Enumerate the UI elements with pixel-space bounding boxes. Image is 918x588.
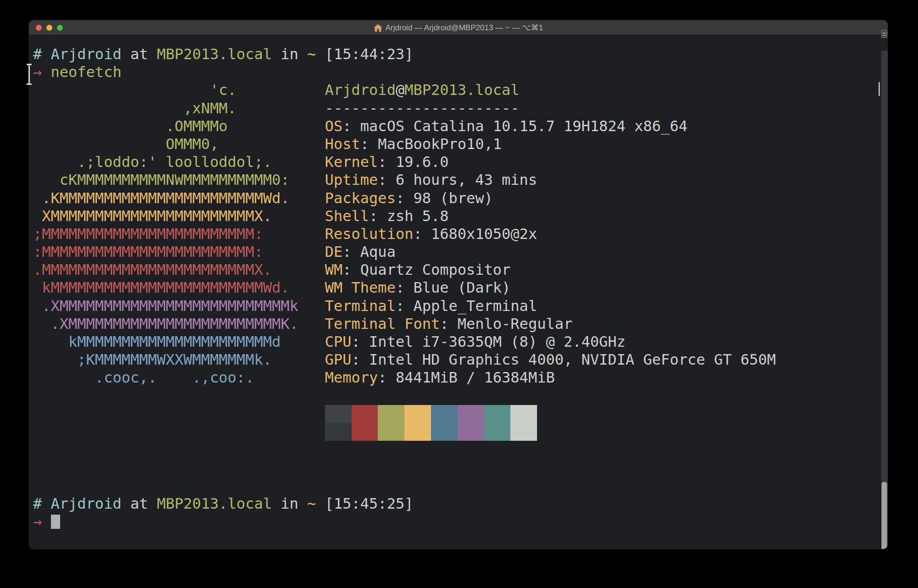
terminal-lines: # Arjdroid at MBP2013.local in ~ [15:44:… xyxy=(33,45,776,531)
info-label: Resolution xyxy=(325,225,414,243)
prompt-mark xyxy=(879,82,880,96)
zoom-button[interactable] xyxy=(57,25,63,31)
prompt-segment: → xyxy=(33,513,51,530)
close-button[interactable] xyxy=(36,25,42,31)
minimize-button[interactable] xyxy=(46,25,52,31)
info-colon: : xyxy=(396,279,414,296)
palette-swatch-2 xyxy=(378,405,404,423)
ascii-art: OMMM0, xyxy=(33,135,325,153)
info-label: Terminal Font xyxy=(325,315,440,333)
ascii-art: .XMMMMMMMMMMMMMMMMMMMMMMMMMMk xyxy=(33,297,325,315)
prompt-segment: [15:44:23] xyxy=(316,45,414,63)
palette-swatch-9 xyxy=(352,423,378,441)
traffic-lights xyxy=(36,20,63,35)
neofetch-line: .XMMMMMMMMMMMMMMMMMMMMMMMMK. Terminal Fo… xyxy=(33,315,776,333)
ascii-art: .MMMMMMMMMMMMMMMMMMMMMMMMX. xyxy=(33,261,325,278)
ascii-art: :MMMMMMMMMMMMMMMMMMMMMMMM: xyxy=(33,243,325,261)
neofetch-header: @ xyxy=(396,81,404,99)
ascii-art: .KMMMMMMMMMMMMMMMMMMMMMMMWd. xyxy=(33,189,325,207)
palette-swatch-11 xyxy=(404,423,431,441)
split-pane-button[interactable] xyxy=(881,30,887,38)
info-colon: : xyxy=(378,171,396,189)
ascii-art: .OMMMMo xyxy=(33,117,325,135)
palette-swatch-1 xyxy=(352,405,378,423)
prompt-segment: MBP2013.local xyxy=(157,495,272,512)
info-value: Quartz Compositor xyxy=(360,261,511,278)
ascii-art: 'c. xyxy=(33,81,325,99)
info-label: Uptime xyxy=(325,171,378,189)
info-value: 19.6.0 xyxy=(396,153,449,171)
neofetch-header: MBP2013.local xyxy=(404,81,519,99)
blank-line xyxy=(33,441,776,459)
window-titlebar[interactable]: Arjdroid — Arjdroid@MBP2013 — ~ — ⌥⌘1 xyxy=(29,20,888,35)
info-value: Apple_Terminal xyxy=(413,297,537,315)
neofetch-line: .;loddo:' loolloddol;. Kernel: 19.6.0 xyxy=(33,153,776,171)
info-colon: : xyxy=(342,243,360,261)
window-title: Arjdroid — Arjdroid@MBP2013 — ~ — ⌥⌘1 xyxy=(374,23,543,33)
info-label: Packages xyxy=(325,189,396,207)
info-colon: : xyxy=(440,315,458,333)
prompt-line: # Arjdroid at MBP2013.local in ~ [15:44:… xyxy=(33,45,776,63)
ascii-art: .XMMMMMMMMMMMMMMMMMMMMMMMMK. xyxy=(33,315,325,333)
neofetch-line: .KMMMMMMMMMMMMMMMMMMMMMMMWd. Packages: 9… xyxy=(33,189,776,207)
blank-line xyxy=(33,459,776,477)
palette-swatch-4 xyxy=(431,405,458,423)
prompt-segment: at xyxy=(122,45,157,63)
ascii-art: kMMMMMMMMMMMMMMMMMMMMMMd xyxy=(33,333,325,350)
info-colon: : xyxy=(413,225,431,243)
info-colon: : xyxy=(342,261,360,278)
info-colon: : xyxy=(378,369,396,386)
scrollbar-track[interactable] xyxy=(881,50,888,549)
prompt-segment: MBP2013.local xyxy=(157,45,272,63)
info-label: WM Theme xyxy=(325,279,396,296)
command-segment: neofetch xyxy=(51,63,122,81)
prompt-segment: # Arjdroid xyxy=(33,45,122,63)
terminal-content[interactable]: # Arjdroid at MBP2013.local in ~ [15:44:… xyxy=(29,35,888,549)
palette-swatch-7 xyxy=(510,405,537,423)
neofetch-line: .MMMMMMMMMMMMMMMMMMMMMMMMX. WM: Quartz C… xyxy=(33,261,776,279)
info-label: DE xyxy=(325,243,343,261)
palette-swatch-14 xyxy=(484,423,511,441)
palette-row xyxy=(33,423,776,441)
blank-line xyxy=(33,387,776,405)
palette-swatch-6 xyxy=(484,405,511,423)
ibeam-mouse-cursor xyxy=(26,64,32,85)
info-value: Intel i7-3635QM (8) @ 2.40GHz xyxy=(369,333,626,350)
neofetch-line: ,xNMM. ---------------------- xyxy=(33,100,776,117)
command-line: → neofetch xyxy=(33,63,776,81)
info-value: macOS Catalina 10.15.7 19H1824 x86_64 xyxy=(360,117,688,135)
info-colon: : xyxy=(352,333,369,350)
blank-line xyxy=(33,477,776,495)
info-colon: : xyxy=(342,117,360,135)
info-label: WM xyxy=(325,261,343,278)
neofetch-line: .OMMMMo OS: macOS Catalina 10.15.7 19H18… xyxy=(33,117,776,135)
neofetch-line: :MMMMMMMMMMMMMMMMMMMMMMMM: DE: Aqua xyxy=(33,243,776,261)
palette-swatch-8 xyxy=(325,423,352,441)
neofetch-line: .cooc,. .,coo:. Memory: 8441MiB / 16384M… xyxy=(33,369,776,387)
ascii-art: cKMMMMMMMMMMNWMMMMMMMMMM0: xyxy=(33,171,325,189)
neofetch-line: kMMMMMMMMMMMMMMMMMMMMMMd CPU: Intel i7-3… xyxy=(33,333,776,351)
prompt-segment: ~ xyxy=(307,495,316,512)
command-segment: → xyxy=(33,63,51,81)
palette-swatch-3 xyxy=(404,405,431,423)
ascii-art: .cooc,. .,coo:. xyxy=(33,369,325,386)
neofetch-line: ;KMMMMMMMWXXWMMMMMMMk. GPU: Intel HD Gra… xyxy=(33,351,776,369)
palette-row xyxy=(33,405,776,423)
scrollbar-thumb[interactable] xyxy=(881,482,887,549)
ascii-art: ;MMMMMMMMMMMMMMMMMMMMMMMM: xyxy=(33,225,325,243)
palette-swatch-0 xyxy=(325,405,352,423)
info-label: GPU xyxy=(325,351,352,368)
info-value: MacBookPro10,1 xyxy=(378,135,502,153)
ascii-art: .;loddo:' loolloddol;. xyxy=(33,153,325,171)
palette-swatch-10 xyxy=(378,423,404,441)
info-colon: : xyxy=(352,351,369,368)
info-value: 8441MiB / 16384MiB xyxy=(396,369,555,386)
info-colon: : xyxy=(369,207,387,225)
palette-swatch-5 xyxy=(458,405,484,423)
neofetch-line: OMMM0, Host: MacBookPro10,1 xyxy=(33,135,776,153)
house-icon xyxy=(374,24,382,32)
ascii-art: kMMMMMMMMMMMMMMMMMMMMMMMMWd. xyxy=(33,279,325,296)
prompt-line: # Arjdroid at MBP2013.local in ~ [15:45:… xyxy=(33,495,776,513)
info-value: Intel HD Graphics 4000, NVIDIA GeForce G… xyxy=(369,351,776,368)
ascii-art: XMMMMMMMMMMMMMMMMMMMMMMMX. xyxy=(33,207,325,225)
